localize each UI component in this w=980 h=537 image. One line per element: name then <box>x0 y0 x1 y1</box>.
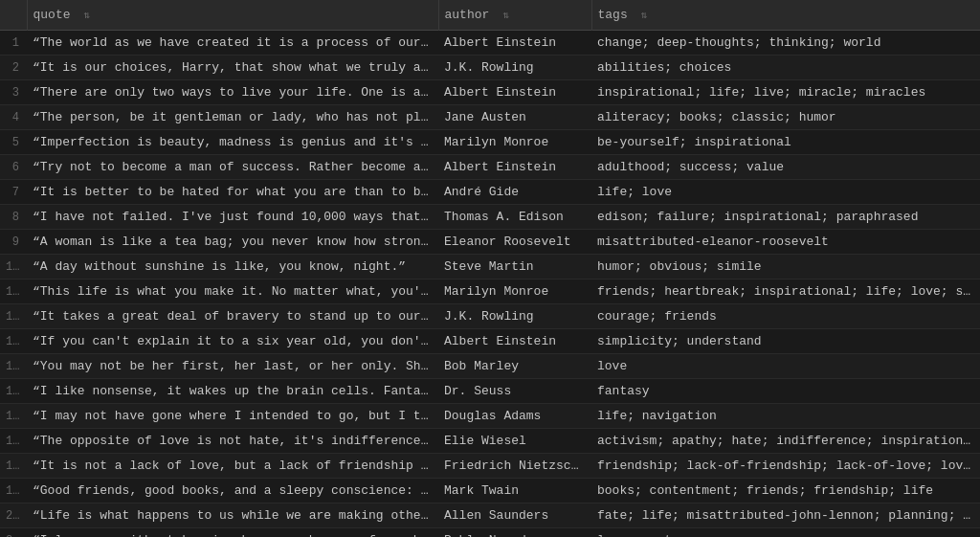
table-row[interactable]: 5“Imperfection is beauty, madness is gen… <box>0 130 980 155</box>
row-tags: life; navigation <box>591 404 980 429</box>
row-author: Bob Marley <box>438 354 591 379</box>
row-quote: “I have not failed. I've just found 10,0… <box>27 205 438 230</box>
row-tags: humor; obvious; simile <box>591 255 980 280</box>
row-quote: “I may not have gone where I intended to… <box>27 404 438 429</box>
row-number: 1 <box>0 31 27 56</box>
row-number: 11 <box>0 280 27 304</box>
author-column-header[interactable]: author ⇅ <box>438 0 591 31</box>
row-number: 17 <box>0 429 27 454</box>
table-row[interactable]: 4“The person, be it gentleman or lady, w… <box>0 105 980 130</box>
row-tags: life; love <box>591 180 980 205</box>
row-number: 14 <box>0 354 27 379</box>
table-header-row: quote ⇅ author ⇅ tags ⇅ <box>0 0 980 31</box>
table-row[interactable]: 9“A woman is like a tea bag; you never k… <box>0 230 980 255</box>
row-number: 18 <box>0 454 27 479</box>
row-tags: courage; friends <box>591 304 980 329</box>
row-number: 21 <box>0 528 27 538</box>
table-row[interactable]: 7“It is better to be hated for what you … <box>0 180 980 205</box>
row-tags: fantasy <box>591 379 980 404</box>
row-number: 16 <box>0 404 27 429</box>
row-number: 4 <box>0 105 27 130</box>
quote-column-header[interactable]: quote ⇅ <box>27 0 438 31</box>
author-sort-icon: ⇅ <box>502 10 509 21</box>
table-row[interactable]: 16“I may not have gone where I intended … <box>0 404 980 429</box>
row-author: André Gide <box>438 180 591 205</box>
table-row[interactable]: 2“It is our choices, Harry, that show wh… <box>0 56 980 80</box>
row-quote: “It is our choices, Harry, that show wha… <box>27 56 438 80</box>
row-author: Albert Einstein <box>438 80 591 105</box>
row-number: 10 <box>0 255 27 280</box>
table-row[interactable]: 18“It is not a lack of love, but a lack … <box>0 454 980 479</box>
row-quote: “A woman is like a tea bag; you never kn… <box>27 230 438 255</box>
row-number: 8 <box>0 205 27 230</box>
row-author: Mark Twain <box>438 479 591 503</box>
row-tags: friendship; lack-of-friendship; lack-of-… <box>591 454 980 479</box>
row-author: Allen Saunders <box>438 503 591 528</box>
table-row[interactable]: 1“The world as we have created it is a p… <box>0 31 980 56</box>
row-quote: “There are only two ways to live your li… <box>27 80 438 105</box>
row-quote: “It is not a lack of love, but a lack of… <box>27 454 438 479</box>
row-quote: “The world as we have created it is a pr… <box>27 31 438 56</box>
row-author: Douglas Adams <box>438 404 591 429</box>
row-author: Dr. Seuss <box>438 379 591 404</box>
row-number: 15 <box>0 379 27 404</box>
row-quote: “A day without sunshine is like, you kno… <box>27 255 438 280</box>
quote-sort-icon: ⇅ <box>83 10 90 21</box>
row-number: 9 <box>0 230 27 255</box>
row-quote: “It is better to be hated for what you a… <box>27 180 438 205</box>
row-number: 20 <box>0 503 27 528</box>
tags-column-header[interactable]: tags ⇅ <box>591 0 980 31</box>
row-tags: abilities; choices <box>591 56 980 80</box>
row-author: Jane Austen <box>438 105 591 130</box>
table-row[interactable]: 20“Life is what happens to us while we a… <box>0 503 980 528</box>
row-author: Elie Wiesel <box>438 429 591 454</box>
quote-column-label: quote <box>33 8 71 22</box>
row-quote: “Life is what happens to us while we are… <box>27 503 438 528</box>
row-number: 13 <box>0 329 27 354</box>
row-author: Albert Einstein <box>438 31 591 56</box>
row-quote: “Imperfection is beauty, madness is geni… <box>27 130 438 155</box>
row-number: 12 <box>0 304 27 329</box>
row-number: 2 <box>0 56 27 80</box>
quotes-table: quote ⇅ author ⇅ tags ⇅ 1“The world as w… <box>0 0 980 537</box>
row-tags: be-yourself; inspirational <box>591 130 980 155</box>
row-quote: “Try not to become a man of success. Rat… <box>27 155 438 180</box>
row-tags: friends; heartbreak; inspirational; life… <box>591 280 980 304</box>
table-row[interactable]: 13“If you can't explain it to a six year… <box>0 329 980 354</box>
row-tags: edison; failure; inspirational; paraphra… <box>591 205 980 230</box>
table-row[interactable]: 21“I love you without knowing how, or wh… <box>0 528 980 538</box>
table-row[interactable]: 11“This life is what you make it. No mat… <box>0 280 980 304</box>
row-author: J.K. Rowling <box>438 304 591 329</box>
row-tags: inspirational; life; live; miracle; mira… <box>591 80 980 105</box>
tags-sort-icon: ⇅ <box>641 10 648 21</box>
row-author: Thomas A. Edison <box>438 205 591 230</box>
row-quote: “If you can't explain it to a six year o… <box>27 329 438 354</box>
row-author: Albert Einstein <box>438 155 591 180</box>
table-row[interactable]: 14“You may not be her first, her last, o… <box>0 354 980 379</box>
author-column-label: author <box>445 8 490 22</box>
row-tags: love; poetry <box>591 528 980 538</box>
row-quote: “I love you without knowing how, or when… <box>27 528 438 538</box>
row-author: Albert Einstein <box>438 329 591 354</box>
row-tags: misattributed-eleanor-roosevelt <box>591 230 980 255</box>
quotes-table-container: quote ⇅ author ⇅ tags ⇅ 1“The world as w… <box>0 0 980 537</box>
table-row[interactable]: 10“A day without sunshine is like, you k… <box>0 255 980 280</box>
row-quote: “It takes a great deal of bravery to sta… <box>27 304 438 329</box>
table-row[interactable]: 19“Good friends, good books, and a sleep… <box>0 479 980 503</box>
table-row[interactable]: 3“There are only two ways to live your l… <box>0 80 980 105</box>
row-number: 5 <box>0 130 27 155</box>
table-body: 1“The world as we have created it is a p… <box>0 31 980 538</box>
table-row[interactable]: 17“The opposite of love is not hate, it'… <box>0 429 980 454</box>
table-row[interactable]: 12“It takes a great deal of bravery to s… <box>0 304 980 329</box>
row-quote: “You may not be her first, her last, or … <box>27 354 438 379</box>
table-row[interactable]: 6“Try not to become a man of success. Ra… <box>0 155 980 180</box>
tags-column-label: tags <box>598 8 628 22</box>
row-tags: activism; apathy; hate; indifference; in… <box>591 429 980 454</box>
row-author: Steve Martin <box>438 255 591 280</box>
row-tags: change; deep-thoughts; thinking; world <box>591 31 980 56</box>
row-author: J.K. Rowling <box>438 56 591 80</box>
row-quote: “The person, be it gentleman or lady, wh… <box>27 105 438 130</box>
row-tags: aliteracy; books; classic; humor <box>591 105 980 130</box>
table-row[interactable]: 15“I like nonsense, it wakes up the brai… <box>0 379 980 404</box>
table-row[interactable]: 8“I have not failed. I've just found 10,… <box>0 205 980 230</box>
